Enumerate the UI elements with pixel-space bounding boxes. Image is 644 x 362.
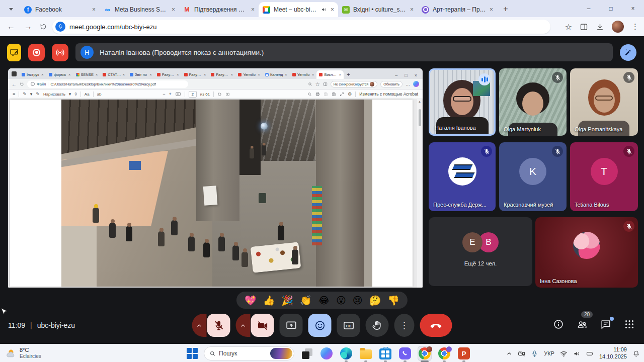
- reaction-emoji[interactable]: 👎: [387, 296, 399, 305]
- tab-close-icon[interactable]: ×: [490, 6, 493, 13]
- mic-options-chevron[interactable]: [192, 314, 207, 337]
- bookmark-star-icon[interactable]: [565, 22, 572, 32]
- window-close-button[interactable]: [622, 0, 644, 17]
- weather-widget[interactable]: 8°C Eclaircies: [5, 346, 41, 359]
- taskbar-search[interactable]: Пошук: [204, 346, 294, 360]
- raise-hand-button[interactable]: [366, 314, 389, 337]
- tab-close-icon[interactable]: ×: [92, 6, 96, 13]
- wifi-icon[interactable]: [560, 350, 568, 357]
- reaction-emoji[interactable]: 😮: [336, 296, 346, 305]
- back-button[interactable]: [5, 22, 17, 31]
- reaction-emoji[interactable]: 😂: [318, 296, 330, 305]
- reaction-emoji[interactable]: 👏: [300, 296, 312, 305]
- start-button[interactable]: [186, 347, 198, 359]
- file-explorer-button[interactable]: [359, 346, 373, 361]
- clock-widget[interactable]: 11:09 14.10.2025: [599, 346, 627, 360]
- reaction-emoji[interactable]: 💖: [245, 296, 257, 305]
- pdf-scrollbar[interactable]: ▲: [417, 99, 422, 288]
- language-indicator[interactable]: УКР: [544, 350, 554, 356]
- tray-chevron-icon[interactable]: [506, 350, 512, 356]
- participant-tile[interactable]: Olga Martyniuk: [499, 68, 567, 136]
- forward-button[interactable]: [22, 22, 34, 31]
- save-icon: [324, 92, 328, 97]
- tab-close-icon[interactable]: ×: [410, 6, 414, 13]
- camera-toggle-button[interactable]: [251, 314, 274, 337]
- tab-close-icon: ×: [258, 72, 260, 77]
- browser-tab[interactable]: Вхідні • culture_stb@ukr.n×: [338, 2, 418, 17]
- browser-tab[interactable]: Підтвердження реєстраці×: [179, 2, 259, 17]
- browser-tab[interactable]: Facebook×: [20, 2, 100, 17]
- browser-menu-icon[interactable]: [631, 22, 639, 31]
- mic-toggle-button[interactable]: [207, 314, 230, 337]
- scroll-up-icon[interactable]: ▲: [418, 100, 421, 103]
- address-scheme: Файл: [37, 82, 46, 86]
- tab-label: Інструк: [27, 72, 40, 77]
- new-tab-button[interactable]: [499, 3, 512, 16]
- captions-button[interactable]: [337, 314, 360, 337]
- presenter-pill[interactable]: Н Наталія Іванова (Проводится показ с ан…: [75, 43, 613, 61]
- participant-tile[interactable]: Інна Сазонова: [535, 217, 638, 288]
- window-minimize-button[interactable]: [578, 0, 600, 17]
- weather-icon: [5, 348, 16, 359]
- end-call-button[interactable]: [420, 314, 452, 337]
- meeting-details-button[interactable]: [553, 319, 564, 332]
- meet-favicon: [263, 6, 270, 14]
- live-streaming-indicator[interactable]: [52, 44, 68, 61]
- scroll-thumb[interactable]: [419, 109, 421, 126]
- reaction-emoji[interactable]: 🎉: [281, 296, 293, 305]
- tab-close-icon: ×: [177, 72, 179, 77]
- shared-tab: Yermilo×: [235, 70, 263, 79]
- chrome-button-second[interactable]: [437, 346, 451, 361]
- participant-tile[interactable]: K Краєзнавчий музей: [499, 142, 567, 211]
- participant-tile[interactable]: Наталія Іванова: [429, 68, 496, 136]
- annotation-active-button[interactable]: [7, 44, 21, 61]
- more-options-button[interactable]: [394, 314, 415, 337]
- reaction-emoji[interactable]: 🤔: [369, 296, 381, 305]
- present-button[interactable]: [280, 314, 303, 337]
- microsoft-store-button[interactable]: [378, 346, 392, 361]
- reaction-emoji[interactable]: 😢: [353, 296, 363, 305]
- side-panel-icon[interactable]: [580, 23, 588, 31]
- doc-favicon: [22, 73, 25, 76]
- microphone-icon[interactable]: [531, 350, 538, 357]
- tab-label: Meta Business Suite: [115, 6, 168, 13]
- task-view-button[interactable]: [300, 346, 314, 361]
- tab-close-icon[interactable]: ×: [172, 6, 175, 13]
- annotation-pencil-button[interactable]: [620, 44, 636, 61]
- address-bar[interactable]: meet.google.com/ubc-biyi-ezu: [52, 20, 550, 34]
- volume-icon[interactable]: [573, 350, 581, 357]
- tab-list-button[interactable]: [5, 3, 17, 15]
- download-icon[interactable]: [596, 23, 604, 31]
- powerpoint-button[interactable]: [457, 346, 471, 361]
- viber-button[interactable]: [398, 346, 412, 361]
- window-maximize-button[interactable]: [600, 0, 622, 17]
- battery-icon[interactable]: [586, 350, 594, 357]
- copilot-button[interactable]: [319, 346, 334, 361]
- broadcast-icon: [55, 48, 65, 57]
- camera-off-icon[interactable]: [518, 350, 525, 357]
- site-permission-mic-icon[interactable]: [55, 22, 65, 32]
- chrome-button-active[interactable]: [418, 346, 432, 361]
- reactions-button[interactable]: [308, 314, 332, 337]
- participant-tile[interactable]: T Tetiana Bilous: [570, 142, 638, 211]
- chat-button[interactable]: [600, 319, 611, 332]
- photo-shape: [129, 161, 141, 170]
- reload-button[interactable]: [39, 23, 47, 31]
- edge-button[interactable]: [339, 346, 353, 361]
- reaction-emoji[interactable]: 👍: [263, 296, 275, 305]
- people-button[interactable]: 20: [577, 319, 588, 332]
- profile-avatar[interactable]: [612, 21, 624, 33]
- chrome-icon: [419, 347, 431, 359]
- recording-indicator[interactable]: [28, 44, 45, 61]
- participant-tile[interactable]: Olga Pomanitskaya: [570, 68, 638, 136]
- browser-tab[interactable]: Арт-терапія – Презентаці×: [418, 2, 497, 17]
- overflow-participants-tile[interactable]: E B Ещё 12 чел.: [429, 217, 532, 286]
- tab-close-icon[interactable]: ×: [331, 6, 334, 13]
- notifications-bell-icon[interactable]: [632, 350, 640, 357]
- participant-tile[interactable]: Прес-служба Держ...: [429, 142, 496, 211]
- tab-close-icon[interactable]: ×: [251, 6, 255, 13]
- activities-button[interactable]: [624, 319, 635, 332]
- camera-options-chevron[interactable]: [236, 314, 251, 337]
- browser-tab[interactable]: Meta Business Suite×: [100, 2, 179, 17]
- browser-tab[interactable]: Meet – ubc-biyi-ezu×: [259, 2, 338, 17]
